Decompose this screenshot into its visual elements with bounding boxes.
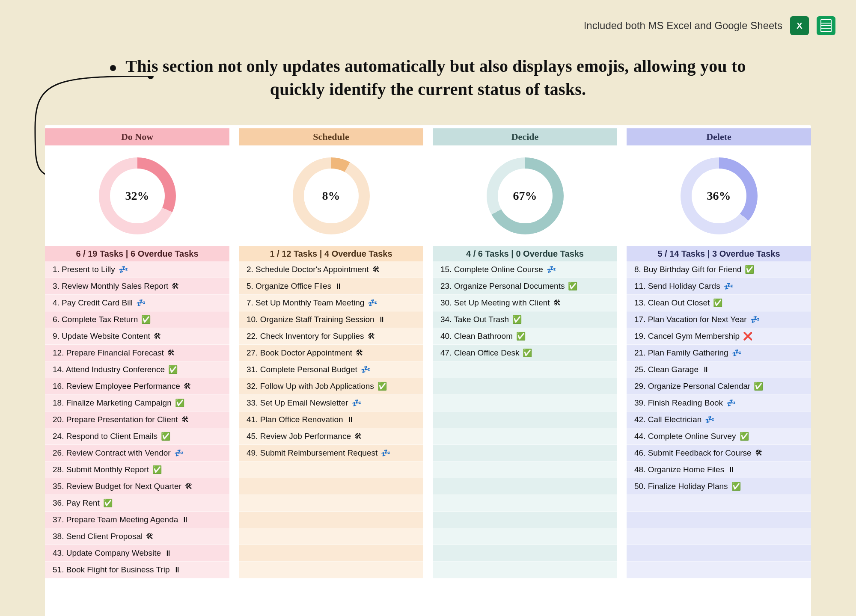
task-row[interactable]: 16. Review Employee Performance🛠 [45,378,229,395]
task-row[interactable]: 34. Take Out Trash✅ [433,311,617,328]
task-row[interactable]: 49. Submit Reimbursement Request💤 [239,445,423,462]
task-row[interactable]: 47. Clean Office Desk✅ [433,345,617,361]
task-row [239,512,423,528]
task-row[interactable]: 35. Review Budget for Next Quarter🛠 [45,478,229,495]
task-row[interactable]: 39. Finish Reading Book💤 [627,395,811,412]
task-text: 11. Send Holiday Cards [634,281,720,291]
task-row[interactable]: 15. Complete Online Course💤 [433,261,617,278]
task-row[interactable]: 32. Follow Up with Job Applications✅ [239,378,423,395]
pause-icon: ⏸ [335,282,342,291]
tools-icon: 🛠 [184,382,191,391]
donut-chart: 67% [433,145,617,246]
task-row[interactable]: 19. Cancel Gym Membership❌ [627,328,811,345]
task-row[interactable]: 3. Review Monthly Sales Report🛠 [45,278,229,295]
task-row[interactable]: 7. Set Up Monthly Team Meeting💤 [239,295,423,311]
task-row [627,528,811,545]
task-row[interactable]: 42. Call Electrician💤 [627,412,811,428]
pause-icon: ⏸ [347,415,354,424]
headline-bullet-icon [110,65,116,71]
task-row[interactable]: 51. Book Flight for Business Trip⏸ [45,562,229,578]
task-row[interactable]: 21. Plan Family Gathering💤 [627,345,811,361]
task-row[interactable]: 50. Finalize Holiday Plans✅ [627,478,811,495]
task-row[interactable]: 27. Book Doctor Appointment🛠 [239,345,423,361]
task-row [433,512,617,528]
donut-percent-label: 36% [707,189,731,203]
column-stats: 1 / 12 Tasks | 4 Overdue Tasks [239,246,423,261]
task-text: 22. Check Inventory for Supplies [247,332,364,341]
task-row[interactable]: 9. Update Website Content🛠 [45,328,229,345]
task-text: 14. Attend Industry Conference [53,365,165,374]
task-text: 45. Review Job Performance [247,432,351,441]
task-row[interactable]: 8. Buy Birthday Gift for Friend✅ [627,261,811,278]
task-row [627,512,811,528]
task-row[interactable]: 48. Organize Home Files⏸ [627,462,811,478]
task-row[interactable]: 29. Organize Personal Calendar✅ [627,378,811,395]
task-row[interactable]: 2. Schedule Doctor's Appointment🛠 [239,261,423,278]
task-row[interactable]: 46. Submit Feedback for Course🛠 [627,445,811,462]
task-row[interactable]: 20. Prepare Presentation for Client🛠 [45,412,229,428]
task-row[interactable]: 43. Update Company Website⏸ [45,545,229,562]
tools-icon: 🛠 [372,265,380,274]
pause-icon: ⏸ [378,315,386,324]
check-icon: ✅ [731,482,741,491]
check-icon: ✅ [740,432,749,441]
task-row [239,562,423,578]
task-row[interactable]: 18. Finalize Marketing Campaign✅ [45,395,229,412]
task-row[interactable]: 4. Pay Credit Card Bill💤 [45,295,229,311]
task-row [627,545,811,562]
column-decide: Decide67%4 / 6 Tasks | 0 Overdue Tasks15… [433,128,617,616]
task-row[interactable]: 24. Respond to Client Emails✅ [45,428,229,445]
task-row [433,528,617,545]
task-text: 7. Set Up Monthly Team Meeting [247,298,364,308]
task-row[interactable]: 6. Complete Tax Return✅ [45,311,229,328]
task-row[interactable]: 45. Review Job Performance🛠 [239,428,423,445]
task-row[interactable]: 17. Plan Vacation for Next Year💤 [627,311,811,328]
task-row[interactable]: 31. Complete Personal Budget💤 [239,361,423,378]
task-text: 24. Respond to Client Emails [53,432,158,441]
task-row[interactable]: 37. Prepare Team Meeting Agenda⏸ [45,512,229,528]
task-row[interactable]: 28. Submit Monthly Report✅ [45,462,229,478]
task-row[interactable]: 14. Attend Industry Conference✅ [45,361,229,378]
task-row[interactable]: 1. Present to Lilly💤 [45,261,229,278]
task-row[interactable]: 41. Plan Office Renovation⏸ [239,412,423,428]
task-row[interactable]: 13. Clean Out Closet✅ [627,295,811,311]
task-row [433,545,617,562]
task-text: 28. Submit Monthly Report [53,465,149,474]
task-row [433,462,617,478]
cross-icon: ❌ [743,332,752,341]
tools-icon: 🛠 [181,415,189,424]
task-row [433,361,617,378]
tools-icon: 🛠 [356,349,363,358]
task-row[interactable]: 40. Clean Bathroom✅ [433,328,617,345]
task-text: 48. Organize Home Files [634,465,724,474]
task-row[interactable]: 23. Organize Personal Documents✅ [433,278,617,295]
check-icon: ✅ [168,365,178,374]
task-row [433,428,617,445]
task-row[interactable]: 38. Send Client Proposal🛠 [45,528,229,545]
task-text: 16. Review Employee Performance [53,382,180,391]
tools-icon: 🛠 [146,532,154,541]
task-row[interactable]: 5. Organize Office Files⏸ [239,278,423,295]
task-row[interactable]: 26. Review Contract with Vendor💤 [45,445,229,462]
column-stats: 5 / 14 Tasks | 3 Overdue Tasks [627,246,811,261]
task-row[interactable]: 12. Prepare Financial Forecast🛠 [45,345,229,361]
task-list: 2. Schedule Doctor's Appointment🛠5. Orga… [239,261,423,616]
task-text: 36. Pay Rent [53,498,100,508]
sleep-icon: 💤 [361,365,370,374]
sleep-icon: 💤 [726,398,736,408]
task-row[interactable]: 44. Complete Online Survey✅ [627,428,811,445]
task-text: 51. Book Flight for Business Trip [53,565,170,575]
task-row [239,478,423,495]
task-row[interactable]: 11. Send Holiday Cards💤 [627,278,811,295]
task-row[interactable]: 22. Check Inventory for Supplies🛠 [239,328,423,345]
task-row[interactable]: 30. Set Up Meeting with Client🛠 [433,295,617,311]
task-row[interactable]: 36. Pay Rent✅ [45,495,229,512]
task-row[interactable]: 33. Set Up Email Newsletter💤 [239,395,423,412]
task-text: 3. Review Monthly Sales Report [53,281,168,291]
task-row[interactable]: 25. Clean Garage⏸ [627,361,811,378]
task-text: 41. Plan Office Renovation [247,415,343,424]
check-icon: ✅ [175,398,184,408]
task-row [433,495,617,512]
check-icon: ✅ [523,348,532,358]
task-row[interactable]: 10. Organize Staff Training Session⏸ [239,311,423,328]
